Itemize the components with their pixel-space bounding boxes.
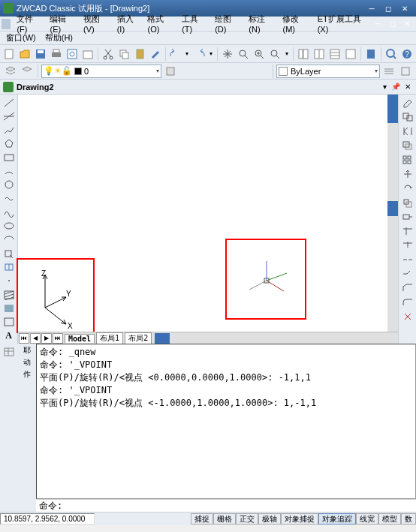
hscroll-thumb[interactable]: [155, 333, 170, 344]
help-button[interactable]: ?: [399, 47, 414, 62]
layer-prev-button[interactable]: [20, 64, 35, 79]
scroll-thumb[interactable]: [387, 95, 398, 123]
status-lwt[interactable]: 线宽: [356, 513, 378, 524]
menu-view[interactable]: 视图(V): [79, 12, 113, 35]
move-button[interactable]: [400, 167, 415, 181]
text-button[interactable]: A: [2, 329, 17, 342]
rectangle-button[interactable]: [2, 151, 17, 164]
sheet-button[interactable]: [343, 47, 358, 62]
spline-button[interactable]: [2, 206, 17, 218]
scale-button[interactable]: [400, 196, 415, 209]
color-dropdown[interactable]: ByLayer ▾: [276, 65, 380, 78]
erase-button[interactable]: [400, 96, 415, 110]
undo-button[interactable]: [168, 47, 183, 62]
tab-pin-button[interactable]: 📌: [389, 83, 402, 91]
rotate-button[interactable]: [400, 182, 415, 195]
menu-dim[interactable]: 标注(N): [244, 12, 278, 35]
revision-button[interactable]: [2, 192, 17, 205]
lineweight-button[interactable]: [398, 64, 413, 79]
status-grid[interactable]: 栅格: [213, 513, 236, 524]
status-snap[interactable]: 捕捉: [191, 513, 213, 524]
status-polar[interactable]: 极轴: [258, 513, 281, 524]
join-button[interactable]: [400, 267, 415, 281]
layer-state-button[interactable]: [163, 64, 178, 79]
hatch-button[interactable]: [2, 288, 17, 301]
extend-button[interactable]: [400, 239, 415, 252]
linetype-button[interactable]: [381, 64, 396, 79]
insert-button[interactable]: [2, 247, 17, 260]
close-button[interactable]: ✕: [396, 2, 413, 14]
pan-button[interactable]: [220, 47, 235, 62]
redo-drop-button[interactable]: ▾: [207, 47, 215, 62]
line-button[interactable]: [2, 96, 17, 109]
layer-manager-button[interactable]: [3, 64, 18, 79]
command-history[interactable]: 命令: _qnew 命令: '_VPOINT 平面(P)/旋转(R)/<视点 <…: [36, 344, 416, 499]
mirror-button[interactable]: [400, 125, 415, 138]
menu-tools[interactable]: 工具(T): [177, 12, 210, 35]
trim-button[interactable]: [400, 224, 415, 238]
designcenter-button[interactable]: [312, 47, 327, 62]
matchprop-button[interactable]: [148, 47, 163, 62]
publish-button[interactable]: [80, 47, 95, 62]
status-ortho[interactable]: 正交: [236, 513, 258, 524]
circle-button[interactable]: [2, 179, 17, 191]
stretch-button[interactable]: [400, 210, 415, 224]
doc-restore-button[interactable]: ◻: [385, 18, 400, 30]
menu-help[interactable]: 帮助(H): [41, 31, 77, 45]
status-more[interactable]: 数: [401, 513, 416, 524]
preview-button[interactable]: [65, 47, 80, 62]
save-button[interactable]: [33, 47, 48, 62]
fillet-button[interactable]: [400, 296, 415, 309]
toolpalettes-button[interactable]: [327, 47, 342, 62]
status-model[interactable]: 模型: [378, 513, 401, 524]
tab-last-button[interactable]: ⏭: [53, 333, 63, 344]
array-button[interactable]: [400, 153, 415, 167]
find-button[interactable]: [384, 47, 399, 62]
zoom-realtime-button[interactable]: [236, 47, 251, 62]
coords-readout[interactable]: 10.8597, 2.9562, 0.0000: [0, 513, 95, 524]
doc-close-button[interactable]: ✕: [399, 18, 414, 30]
paste-button[interactable]: [132, 47, 147, 62]
point-button[interactable]: [2, 275, 17, 287]
menu-et[interactable]: ET扩展工具(X): [313, 12, 371, 35]
new-button[interactable]: [2, 47, 17, 62]
ellipse-button[interactable]: [2, 220, 17, 233]
scroll-thumb2[interactable]: [387, 201, 398, 216]
menu-modify[interactable]: 修改(M): [278, 12, 312, 35]
layer-dropdown[interactable]: 💡 ☀ 🔓 0 ▾: [41, 65, 161, 78]
menu-insert[interactable]: 插入(I): [113, 12, 143, 35]
table-icon[interactable]: [2, 345, 17, 359]
tab-layout2[interactable]: 布局2: [125, 332, 152, 344]
xline-button[interactable]: [2, 110, 17, 122]
calc-button[interactable]: [363, 47, 378, 62]
zoom-window-button[interactable]: [252, 47, 267, 62]
zoom-drop-button[interactable]: ▾: [283, 47, 291, 62]
gradient-button[interactable]: [2, 302, 17, 314]
tab-next-button[interactable]: ▶: [41, 333, 52, 344]
polyline-button[interactable]: [2, 124, 17, 137]
polygon-button[interactable]: [2, 137, 17, 150]
undo-drop-button[interactable]: ▾: [183, 47, 191, 62]
restore-button[interactable]: ◻: [380, 2, 396, 14]
tab-close-button[interactable]: ✕: [402, 83, 413, 91]
zoom-prev-button[interactable]: [267, 47, 282, 62]
break-button[interactable]: [400, 253, 415, 266]
chamfer-button[interactable]: [400, 281, 415, 295]
print-button[interactable]: [49, 47, 64, 62]
status-otrack[interactable]: 对象追踪: [318, 513, 356, 524]
block-button[interactable]: [2, 260, 17, 273]
arc-button[interactable]: [2, 164, 17, 177]
explode-button[interactable]: [400, 310, 415, 323]
tab-prev-button[interactable]: ◀: [30, 333, 41, 344]
menu-format[interactable]: 格式(O): [143, 12, 177, 35]
properties-button[interactable]: [296, 47, 311, 62]
drawing-canvas[interactable]: Z Y X ⏮ ◀ ▶ ⏭ Model 布局1 布局2: [18, 95, 398, 344]
redo-button[interactable]: [191, 47, 206, 62]
tab-layout1[interactable]: 布局1: [96, 332, 123, 344]
pin-button[interactable]: ▾: [381, 83, 389, 91]
horizontal-scrollbar[interactable]: [155, 333, 398, 344]
copy-button[interactable]: [116, 47, 131, 62]
menu-window[interactable]: 窗口(W): [2, 31, 41, 45]
region-button[interactable]: [2, 316, 17, 329]
menu-draw[interactable]: 绘图(D): [210, 12, 244, 35]
